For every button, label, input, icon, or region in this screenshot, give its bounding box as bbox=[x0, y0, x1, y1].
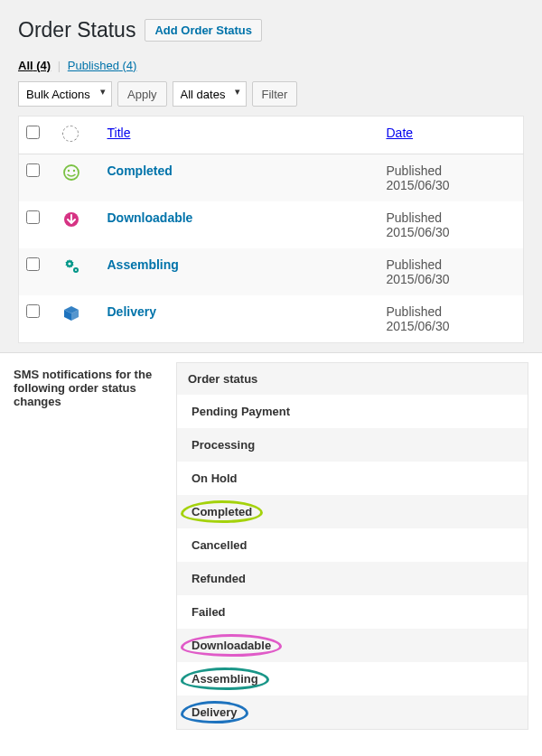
date-cell: Published2015/06/30 bbox=[379, 201, 524, 248]
table-body: Completed Published2015/06/30 Downloadab… bbox=[19, 154, 524, 343]
row-checkbox[interactable] bbox=[26, 163, 40, 177]
order-status-title-link[interactable]: Delivery bbox=[107, 304, 156, 319]
svg-point-4 bbox=[68, 262, 70, 265]
status-row[interactable]: Assembling bbox=[177, 662, 528, 695]
filter-button[interactable]: Filter bbox=[252, 81, 298, 107]
table-row: Assembling Published2015/06/30 bbox=[19, 248, 524, 295]
date-filter-wrap: All dates bbox=[173, 81, 247, 107]
status-label: Delivery bbox=[188, 705, 241, 720]
status-row[interactable]: Processing bbox=[177, 428, 528, 462]
status-label: Completed bbox=[188, 504, 256, 519]
bulk-actions-wrap: Bulk Actions bbox=[18, 81, 112, 107]
divider: | bbox=[54, 59, 64, 72]
date-cell: Published2015/06/30 bbox=[379, 295, 524, 343]
cube-icon bbox=[62, 304, 80, 325]
status-row[interactable]: Completed bbox=[177, 495, 528, 528]
add-order-status-button[interactable]: Add Order Status bbox=[145, 19, 262, 42]
status-label: Refunded bbox=[188, 571, 249, 586]
svg-point-0 bbox=[64, 165, 79, 180]
svg-point-6 bbox=[75, 269, 77, 271]
status-row[interactable]: On Hold bbox=[177, 462, 528, 495]
apply-button[interactable]: Apply bbox=[117, 81, 167, 107]
select-all-checkbox[interactable] bbox=[26, 126, 40, 139]
bulk-actions-select[interactable]: Bulk Actions bbox=[18, 81, 112, 107]
status-label: Downloadable bbox=[188, 638, 275, 653]
arrow-down-circle-icon bbox=[62, 210, 80, 231]
gears-icon bbox=[62, 257, 80, 278]
table-row: Completed Published2015/06/30 bbox=[19, 154, 524, 202]
status-row[interactable]: Downloadable bbox=[177, 629, 528, 662]
status-label: Assembling bbox=[188, 671, 262, 686]
row-checkbox[interactable] bbox=[26, 257, 40, 271]
table-row: Delivery Published2015/06/30 bbox=[19, 295, 524, 343]
sort-title-link[interactable]: Title bbox=[107, 126, 131, 140]
status-row[interactable]: Delivery bbox=[177, 695, 528, 729]
order-status-title-link[interactable]: Completed bbox=[107, 163, 173, 178]
order-status-table: Title Date Completed Published2015/06/30… bbox=[18, 116, 524, 343]
status-row[interactable]: Failed bbox=[177, 595, 528, 629]
icon-column-header bbox=[62, 126, 79, 142]
status-row[interactable]: Pending Payment bbox=[177, 395, 528, 428]
table-row: Downloadable Published2015/06/30 bbox=[19, 201, 524, 248]
status-label: Pending Payment bbox=[188, 404, 294, 419]
svg-point-2 bbox=[72, 170, 74, 172]
smiley-icon bbox=[62, 163, 80, 184]
status-label: On Hold bbox=[188, 471, 241, 486]
top-panel: Order Status Add Order Status All (4) | … bbox=[0, 0, 542, 352]
status-label: Cancelled bbox=[188, 537, 250, 553]
status-row[interactable]: Cancelled bbox=[177, 528, 528, 562]
status-label: Processing bbox=[188, 437, 258, 453]
date-filter-select[interactable]: All dates bbox=[173, 81, 247, 107]
bulk-controls: Bulk Actions Apply All dates Filter bbox=[18, 81, 524, 107]
sort-date-link[interactable]: Date bbox=[387, 126, 414, 140]
status-list: Order status Pending PaymentProcessingOn… bbox=[176, 362, 528, 730]
page-header: Order Status Add Order Status bbox=[18, 18, 524, 42]
page-wrapper: Order Status Add Order Status All (4) | … bbox=[0, 0, 542, 756]
settings-label: SMS notifications for the following orde… bbox=[14, 362, 176, 730]
status-row[interactable]: Refunded bbox=[177, 562, 528, 595]
status-list-header: Order status bbox=[177, 363, 528, 395]
bottom-panel: SMS notifications for the following orde… bbox=[0, 352, 542, 756]
status-label: Failed bbox=[188, 604, 229, 620]
order-status-title-link[interactable]: Assembling bbox=[107, 257, 179, 272]
row-checkbox[interactable] bbox=[26, 304, 40, 318]
order-status-title-link[interactable]: Downloadable bbox=[107, 210, 193, 225]
subsub-filters: All (4) | Published (4) bbox=[18, 59, 524, 72]
row-checkbox[interactable] bbox=[26, 210, 40, 224]
page-title: Order Status bbox=[18, 18, 136, 42]
date-cell: Published2015/06/30 bbox=[379, 248, 524, 295]
date-cell: Published2015/06/30 bbox=[379, 154, 524, 202]
svg-point-1 bbox=[67, 170, 69, 172]
filter-published-link[interactable]: Published (4) bbox=[68, 59, 137, 72]
table-header-row: Title Date bbox=[19, 117, 524, 154]
filter-all-link[interactable]: All (4) bbox=[18, 59, 51, 72]
